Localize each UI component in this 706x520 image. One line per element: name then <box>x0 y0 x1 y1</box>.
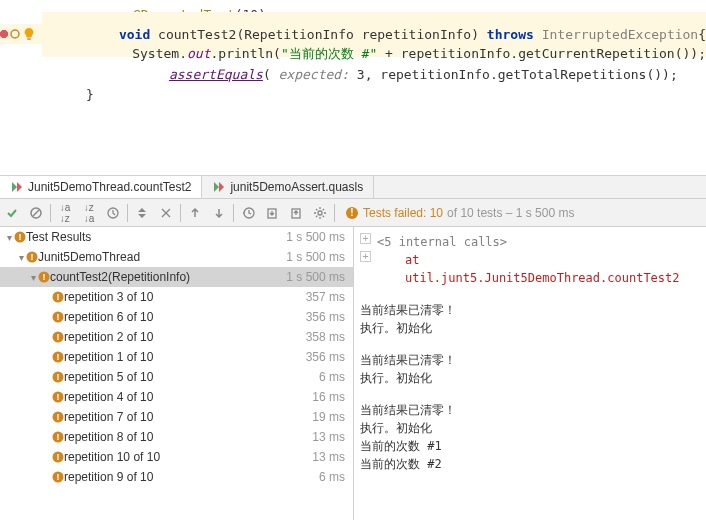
rep-label: repetition 8 of 10 <box>64 430 312 444</box>
console-line: 执行。初始化 <box>360 369 700 387</box>
rep-label: repetition 7 of 10 <box>64 410 312 424</box>
failed-icon: ! <box>52 431 64 443</box>
show-passed-toggle[interactable] <box>0 201 24 225</box>
failed-icon: ! <box>52 331 64 343</box>
svg-point-13 <box>318 211 322 215</box>
svg-text:!: ! <box>57 352 60 362</box>
rep-time: 13 ms <box>312 450 353 464</box>
svg-text:!: ! <box>57 452 60 462</box>
console-line: 当前结果已清零！ <box>360 351 700 369</box>
expand-all-icon[interactable] <box>130 201 154 225</box>
rep-time: 357 ms <box>306 290 353 304</box>
settings-icon[interactable] <box>308 201 332 225</box>
failed-icon: ! <box>345 206 359 220</box>
rep-time: 356 ms <box>306 310 353 324</box>
svg-text:!: ! <box>57 292 60 302</box>
tree-class[interactable]: ▾ ! Junit5DemoThread 1 s 500 ms <box>0 247 353 267</box>
svg-text:!: ! <box>57 392 60 402</box>
next-failed-icon[interactable] <box>207 201 231 225</box>
failed-icon: ! <box>52 451 64 463</box>
tree-repetition[interactable]: !repetition 8 of 1013 ms <box>0 427 353 447</box>
sort-az-icon[interactable]: ↓a↓z <box>53 201 77 225</box>
tree-repetition[interactable]: !repetition 5 of 106 ms <box>0 367 353 387</box>
failed-icon: ! <box>52 291 64 303</box>
svg-rect-0 <box>0 30 8 38</box>
fold-plus-icon[interactable]: + <box>360 233 371 244</box>
tree-repetition[interactable]: !repetition 3 of 10357 ms <box>0 287 353 307</box>
failed-icon: ! <box>26 251 38 263</box>
svg-text:!: ! <box>19 232 22 242</box>
breakpoint-icon[interactable] <box>0 30 8 38</box>
test-tree[interactable]: ▾ ! Test Results 1 s 500 ms ▾ ! Junit5De… <box>0 227 354 520</box>
prev-failed-icon[interactable] <box>183 201 207 225</box>
tree-repetition[interactable]: !repetition 1 of 10356 ms <box>0 347 353 367</box>
console-line: 执行。初始化 <box>360 319 700 337</box>
svg-text:!: ! <box>43 272 46 282</box>
tree-repetition[interactable]: !repetition 6 of 10356 ms <box>0 307 353 327</box>
run-test-icon <box>212 181 224 193</box>
chevron-down-icon[interactable]: ▾ <box>28 272 38 283</box>
rep-label: repetition 10 of 10 <box>64 450 312 464</box>
sort-za-icon[interactable]: ↓z↓a <box>77 201 101 225</box>
code-editor[interactable]: @RepeatedTest(10) void countTest2(Repeti… <box>0 0 706 175</box>
failed-icon: ! <box>52 371 64 383</box>
svg-marker-3 <box>12 182 17 192</box>
run-config-tabs: Junit5DemoThread.countTest2 junit5DemoAs… <box>0 175 706 199</box>
rep-label: repetition 3 of 10 <box>64 290 306 304</box>
failed-icon: ! <box>52 411 64 423</box>
console-output[interactable]: + <5 internal calls> + at util.junt5.Jun… <box>354 227 706 520</box>
test-toolbar: ↓a↓z ↓z↓a ! Tests failed: 10 of 10 tests… <box>0 199 706 227</box>
svg-marker-6 <box>219 182 224 192</box>
chevron-down-icon[interactable]: ▾ <box>4 232 14 243</box>
chevron-down-icon[interactable]: ▾ <box>16 252 26 263</box>
svg-text:!: ! <box>57 472 60 482</box>
rep-time: 6 ms <box>319 470 353 484</box>
rep-label: repetition 5 of 10 <box>64 370 319 384</box>
rep-label: repetition 1 of 10 <box>64 350 306 364</box>
test-status: ! Tests failed: 10 of 10 tests – 1 s 500… <box>345 206 574 220</box>
tab-junit-thread[interactable]: Junit5DemoThread.countTest2 <box>0 176 202 198</box>
rep-label: repetition 2 of 10 <box>64 330 306 344</box>
failed-icon: ! <box>52 351 64 363</box>
rep-time: 16 ms <box>312 390 353 404</box>
failed-icon: ! <box>14 231 26 243</box>
console-line: 执行。初始化 <box>360 419 700 437</box>
tree-root[interactable]: ▾ ! Test Results 1 s 500 ms <box>0 227 353 247</box>
svg-line-8 <box>33 210 39 216</box>
failed-icon: ! <box>52 391 64 403</box>
export-tests-icon[interactable] <box>284 201 308 225</box>
svg-marker-4 <box>17 182 22 192</box>
console-line: 当前结果已清零！ <box>360 301 700 319</box>
rep-label: repetition 9 of 10 <box>64 470 319 484</box>
tree-repetition[interactable]: !repetition 9 of 106 ms <box>0 467 353 487</box>
tree-repetition[interactable]: !repetition 2 of 10358 ms <box>0 327 353 347</box>
svg-text:!: ! <box>350 207 353 218</box>
show-ignored-toggle[interactable] <box>24 201 48 225</box>
console-line: 当前的次数 #1 <box>360 437 700 455</box>
rep-time: 19 ms <box>312 410 353 424</box>
console-line: 当前的次数 #2 <box>360 455 700 473</box>
fold-label: <5 internal calls> <box>377 233 507 251</box>
stack-line: at util.junt5.Junit5DemoThread.countTest… <box>377 251 700 287</box>
tree-repetition[interactable]: !repetition 4 of 1016 ms <box>0 387 353 407</box>
collapse-all-icon[interactable] <box>154 201 178 225</box>
rep-time: 356 ms <box>306 350 353 364</box>
sort-duration-icon[interactable] <box>101 201 125 225</box>
failed-icon: ! <box>38 271 50 283</box>
tab-junit-assert[interactable]: junit5DemoAssert.quasls <box>202 176 374 198</box>
tab-label: junit5DemoAssert.quasls <box>230 180 363 194</box>
svg-text:!: ! <box>57 412 60 422</box>
tab-label: Junit5DemoThread.countTest2 <box>28 180 191 194</box>
test-history-icon[interactable] <box>236 201 260 225</box>
rep-label: repetition 6 of 10 <box>64 310 306 324</box>
tree-method[interactable]: ▾ ! countTest2(RepetitionInfo) 1 s 500 m… <box>0 267 353 287</box>
svg-point-1 <box>11 30 19 38</box>
fold-plus-icon[interactable]: + <box>360 251 371 262</box>
svg-text:!: ! <box>31 252 34 262</box>
tree-repetition[interactable]: !repetition 10 of 1013 ms <box>0 447 353 467</box>
assert-call: assertEquals <box>169 67 263 82</box>
tree-repetition[interactable]: !repetition 7 of 1019 ms <box>0 407 353 427</box>
console-line: 当前结果已清零！ <box>360 401 700 419</box>
rep-time: 358 ms <box>306 330 353 344</box>
import-tests-icon[interactable] <box>260 201 284 225</box>
